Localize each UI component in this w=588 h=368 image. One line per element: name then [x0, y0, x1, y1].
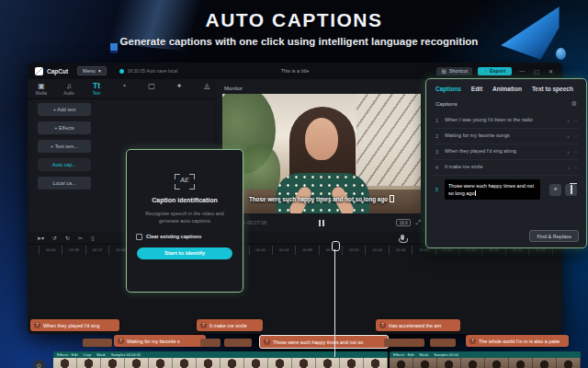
caption-bubble-selected[interactable]: T Those were such happy times and not so [259, 335, 389, 349]
chevron-right-icon[interactable]: › [567, 149, 569, 155]
ruler-tick: 00:04 [39, 246, 62, 255]
keyboard-icon: ▤ [441, 68, 446, 74]
select-tool-button[interactable]: ➤▾ [37, 235, 44, 241]
caption-bubble[interactable]: T When they played I'd sing [30, 319, 119, 331]
caption-bubble[interactable]: T Waiting for my favorite s [114, 335, 206, 347]
checkbox-icon[interactable] [136, 234, 142, 240]
ruler-tick: 00:56 [342, 246, 365, 255]
video-thumbnail [220, 358, 244, 368]
caption-bubble[interactable]: T It make me smile [197, 319, 263, 331]
popup-title: Caption identification [127, 197, 243, 203]
caption-icon: T [200, 322, 207, 328]
shortcut-label: Shortcut [449, 68, 468, 74]
video-thumbnail [173, 358, 197, 368]
caption-row-selected[interactable]: 5 Those were such happy times and not so… [434, 176, 579, 204]
caption-edit-field[interactable]: Those were such happy times and not so l… [445, 179, 540, 201]
total-timecode: 00:27:06 [247, 220, 266, 225]
start-to-identify-button[interactable]: Start to identify [137, 247, 232, 259]
chevron-right-icon[interactable]: › [567, 118, 569, 123]
sidebar-item-text-templates[interactable]: + Text tem... [38, 140, 91, 153]
caption-row[interactable]: 4 It make me smile ›◌ [434, 160, 579, 176]
tab-text-to-speech[interactable]: Text to speech [532, 86, 573, 92]
caption-track-item[interactable] [430, 339, 456, 347]
chevron-down-icon: ▾ [98, 68, 101, 74]
export-button[interactable]: ↑ Export [478, 67, 512, 75]
gear-icon[interactable]: ⚙ [571, 100, 577, 108]
checkbox-label: Clear existing captions [146, 234, 201, 239]
close-button[interactable]: ✕ [547, 68, 555, 75]
sidebar-item-add-text[interactable]: + Add text [38, 103, 91, 116]
caption-overlay-text: Those were such happy times and not so l… [249, 196, 388, 202]
circle-icon[interactable]: ◌ [573, 133, 577, 139]
sidebar-item-effects[interactable]: + Effects [38, 121, 91, 134]
find-replace-button[interactable]: Find & Replace [529, 230, 579, 242]
video-clip[interactable]: Effects · Edit Crop Mask Samples 00:04:0… [53, 351, 388, 368]
caption-track-item[interactable] [384, 339, 424, 347]
chevron-right-icon[interactable]: › [567, 165, 569, 170]
aspect-ratio-button[interactable]: 16:9 [396, 219, 412, 226]
redo-button[interactable]: ↻ [65, 235, 70, 241]
video-preview[interactable]: Those were such happy times and not so l… [222, 94, 421, 213]
video-thumbnail [268, 358, 292, 368]
track-toggle-button[interactable]: ⊙ [33, 360, 45, 368]
menu-button[interactable]: Menu ▾ [77, 66, 107, 75]
video-thumbnail [125, 358, 149, 368]
fullscreen-icon[interactable]: ⤢ [415, 219, 421, 226]
tab-animation[interactable]: Animation [492, 86, 522, 92]
tab-text[interactable]: Tt Text [83, 82, 110, 96]
video-thumbnail [244, 358, 268, 368]
captions-panel-tabs: Captions Edit Animation Text to speech [426, 79, 586, 92]
split-button[interactable]: ✂ [78, 235, 83, 241]
caption-row-number: 5 [435, 187, 445, 192]
chevron-right-icon[interactable]: › [567, 133, 569, 139]
tab-overlay[interactable]: ▢ [138, 82, 165, 90]
tab-sticker[interactable]: ◔ [110, 82, 138, 90]
undo-button[interactable]: ↺ [52, 235, 57, 241]
delete-button[interactable]: ▯ [91, 235, 94, 241]
shortcut-button[interactable]: ▤ Shortcut [436, 67, 472, 75]
text-caret [475, 190, 476, 196]
video-thumbnail [364, 358, 388, 368]
playhead-line[interactable] [334, 249, 335, 357]
add-caption-button[interactable]: + [549, 184, 561, 196]
circle-icon[interactable]: ◌ [573, 149, 577, 155]
caption-row[interactable]: 2 Waiting for my favorite songs ›◌ [434, 129, 579, 144]
clear-existing-captions-row[interactable]: Clear existing captions [136, 234, 243, 240]
window-titlebar: This is a title CapCut Menu ▾ 16:30:05 A… [28, 63, 562, 79]
circle-icon[interactable]: ◌ [573, 165, 577, 170]
caption-bubble[interactable]: T The whole world I'm in is also a patte [466, 335, 569, 347]
playhead-handle[interactable] [332, 241, 340, 251]
delete-caption-button[interactable] [565, 184, 577, 196]
caption-row[interactable]: 3 When they played I'd sing along ›◌ [434, 144, 579, 160]
video-clip[interactable]: Effects · Edit Mask Samples 00:04 [390, 351, 581, 368]
tab-edit[interactable]: Edit [471, 86, 482, 92]
circle-icon[interactable]: ◌ [573, 118, 577, 123]
autosave-status-icon [119, 69, 124, 74]
caption-row-number: 3 [435, 149, 445, 155]
clip-tag: Crop [84, 352, 92, 357]
video-thumbnail [77, 358, 101, 368]
caption-row[interactable]: 1 When I was young I'd listen to the rad… [434, 113, 579, 129]
caption-track-item[interactable] [200, 339, 220, 347]
sidebar-item-local-captions[interactable]: Local ca... [38, 177, 91, 190]
microphone-icon[interactable] [401, 235, 404, 240]
video-thumbnail [533, 358, 557, 368]
caption-track-item[interactable] [224, 339, 252, 347]
captions-list: 1 When I was young I'd listen to the rad… [434, 113, 579, 203]
tab-captions[interactable]: Captions [435, 86, 461, 92]
caption-row-number: 2 [435, 133, 445, 139]
caption-track-item[interactable] [83, 339, 112, 347]
pause-button[interactable] [319, 220, 324, 226]
video-thumbnail [53, 358, 77, 368]
banner-title: AUTO CAPTIONS [0, 9, 588, 31]
effects-icon: ✦ [165, 82, 193, 90]
caption-row-number: 1 [435, 118, 445, 123]
caption-bubble[interactable]: T Has accelerated the arri [376, 319, 460, 331]
tab-audio[interactable]: ♫ Audio [55, 82, 83, 96]
tab-media[interactable]: ▣ Media [28, 82, 55, 96]
maximize-button[interactable]: ▢ [532, 68, 541, 75]
clip-label: Effects · Edit Mask Samples 00:04 [390, 351, 581, 358]
tab-effects[interactable]: ✦ [165, 82, 193, 90]
minimize-button[interactable]: — [517, 68, 526, 74]
sidebar-item-auto-captions[interactable]: Auto cap... [38, 158, 91, 171]
